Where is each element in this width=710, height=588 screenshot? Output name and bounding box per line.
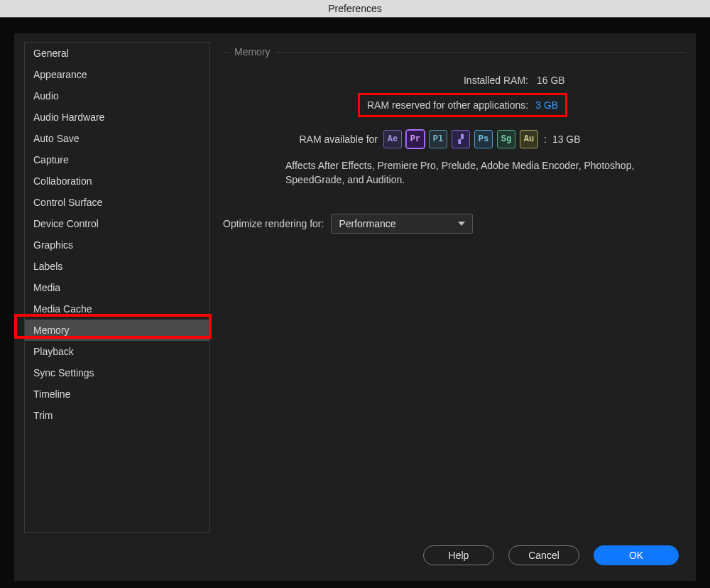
ram-reserved-label: RAM reserved for other applications: bbox=[367, 99, 528, 111]
app-premiere-pro-icon: Pr bbox=[406, 130, 425, 148]
sidebar-item-media-cache[interactable]: Media Cache bbox=[25, 298, 209, 320]
optimize-select[interactable]: Performance bbox=[331, 214, 473, 234]
installed-ram-label: Installed RAM: bbox=[287, 75, 528, 86]
ram-reserved-value[interactable]: 3 GB bbox=[535, 99, 558, 111]
ram-reserved-row: RAM reserved for other applications: 3 G… bbox=[230, 90, 679, 121]
sidebar-item-audio[interactable]: Audio bbox=[25, 85, 209, 107]
preferences-content: Memory Installed RAM: 16 GB RAM reserved… bbox=[223, 42, 686, 533]
sidebar-item-playback[interactable]: Playback bbox=[25, 341, 209, 362]
app-media-encoder-icon: ▞ bbox=[452, 130, 470, 148]
sidebar-item-sync-settings[interactable]: Sync Settings bbox=[25, 362, 209, 383]
ram-available-colon: : bbox=[544, 134, 547, 145]
installed-ram-value: 16 GB bbox=[537, 75, 582, 86]
memory-affects-text: Affects After Effects, Premiere Pro, Pre… bbox=[230, 158, 679, 187]
sidebar-item-timeline[interactable]: Timeline bbox=[25, 383, 209, 405]
app-icons: Ae Pr Pl ▞ Ps Sg Au bbox=[383, 130, 538, 148]
chevron-down-icon bbox=[458, 222, 465, 226]
app-audition-icon: Au bbox=[520, 130, 538, 148]
ram-available-label: RAM available for bbox=[285, 134, 378, 145]
app-photoshop-icon: Ps bbox=[474, 130, 493, 148]
sidebar-item-general[interactable]: General bbox=[25, 43, 209, 64]
memory-group: Memory Installed RAM: 16 GB RAM reserved… bbox=[223, 46, 686, 202]
window-title: Preferences bbox=[328, 3, 381, 14]
window-titlebar: Preferences bbox=[0, 0, 710, 18]
cancel-button[interactable]: Cancel bbox=[508, 545, 579, 565]
sidebar-item-labels[interactable]: Labels bbox=[25, 256, 209, 277]
optimize-row: Optimize rendering for: Performance bbox=[223, 214, 686, 234]
sidebar-item-audio-hardware[interactable]: Audio Hardware bbox=[25, 107, 209, 128]
sidebar-item-collaboration[interactable]: Collaboration bbox=[25, 170, 209, 192]
help-button[interactable]: Help bbox=[423, 545, 494, 565]
dialog-main: General Appearance Audio Audio Hardware … bbox=[14, 33, 696, 533]
sidebar-item-media[interactable]: Media bbox=[25, 277, 209, 298]
dialog-button-row: Help Cancel OK bbox=[14, 533, 696, 581]
sidebar-item-trim[interactable]: Trim bbox=[25, 405, 209, 426]
optimize-label: Optimize rendering for: bbox=[223, 218, 324, 229]
preferences-sidebar: General Appearance Audio Audio Hardware … bbox=[24, 42, 210, 533]
app-after-effects-icon: Ae bbox=[383, 130, 402, 148]
sidebar-item-auto-save[interactable]: Auto Save bbox=[25, 128, 209, 149]
app-speedgrade-icon: Sg bbox=[497, 130, 515, 148]
sidebar-item-capture[interactable]: Capture bbox=[25, 149, 209, 170]
app-prelude-icon: Pl bbox=[429, 130, 447, 148]
sidebar-item-graphics[interactable]: Graphics bbox=[25, 234, 209, 256]
sidebar-item-device-control[interactable]: Device Control bbox=[25, 213, 209, 234]
preferences-dialog: General Appearance Audio Audio Hardware … bbox=[14, 33, 696, 581]
sidebar-item-memory[interactable]: Memory bbox=[25, 320, 209, 341]
installed-ram-row: Installed RAM: 16 GB bbox=[230, 75, 679, 86]
ok-button[interactable]: OK bbox=[594, 545, 679, 565]
optimize-select-value: Performance bbox=[339, 218, 395, 229]
ram-available-value: 13 GB bbox=[552, 134, 581, 145]
sidebar-item-appearance[interactable]: Appearance bbox=[25, 64, 209, 85]
ram-available-row: RAM available for Ae Pr Pl ▞ Ps Sg Au : … bbox=[230, 130, 679, 148]
sidebar-item-control-surface[interactable]: Control Surface bbox=[25, 192, 209, 213]
dialog-stage: General Appearance Audio Audio Hardware … bbox=[0, 18, 710, 588]
ram-reserved-highlight: RAM reserved for other applications: 3 G… bbox=[358, 93, 567, 117]
memory-legend: Memory bbox=[230, 46, 275, 58]
